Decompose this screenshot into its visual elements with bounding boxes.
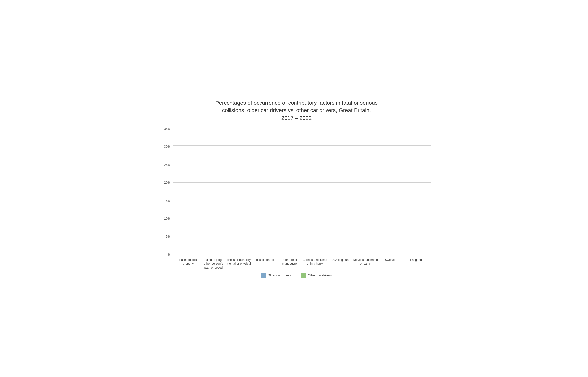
grid-line	[173, 256, 431, 256]
legend-other: Other car drivers	[301, 273, 332, 278]
x-axis-label: Failed to judge other person`s path or s…	[201, 258, 226, 270]
y-axis-label: 30%	[164, 145, 170, 148]
title-line3: 2017 – 2022	[281, 115, 312, 121]
chart-area: 35%30%25%20%15%10%5%%	[162, 127, 431, 256]
legend: Older car drivers Other car drivers	[162, 273, 431, 278]
x-axis-label: Failed to look properly	[176, 258, 201, 270]
y-axis-label: %	[168, 253, 171, 256]
y-axis-label: 20%	[164, 181, 170, 184]
y-axis-label: 35%	[164, 127, 170, 130]
bars-container	[173, 127, 431, 256]
legend-older: Older car drivers	[261, 273, 292, 278]
x-axis-label: Poor turn or manoeuvre	[277, 258, 302, 270]
x-axis-label: Swerved	[378, 258, 403, 270]
x-axis-label: Illness or disability, mental or physica…	[226, 258, 252, 270]
x-axis-label: Dazzling sun	[327, 258, 353, 270]
y-axis-label: 15%	[164, 199, 170, 202]
x-axis-label: Loss of control	[252, 258, 277, 270]
title-line1: Percentages of occurrence of contributor…	[215, 100, 378, 106]
chart-container: Percentages of occurrence of contributor…	[147, 94, 441, 283]
x-axis-label: Careless, reckless or in a hurry	[302, 258, 327, 270]
plot-area	[173, 127, 431, 256]
x-axis-label: Nervous, uncertain or panic	[353, 258, 378, 270]
x-labels: Failed to look properlyFailed to judge o…	[173, 256, 431, 270]
title-line2: collisions: older car drivers vs. other …	[222, 107, 371, 113]
y-axis-label: 25%	[164, 163, 170, 166]
legend-other-label: Other car drivers	[308, 274, 332, 277]
y-axis-label: 10%	[164, 217, 170, 220]
legend-other-box	[301, 273, 306, 278]
x-axis-label: Fatigued	[403, 258, 429, 270]
y-axis: 35%30%25%20%15%10%5%%	[162, 127, 173, 256]
legend-older-box	[261, 273, 266, 278]
legend-older-label: Older car drivers	[268, 274, 292, 277]
y-axis-label: 5%	[166, 235, 171, 238]
chart-title: Percentages of occurrence of contributor…	[162, 99, 431, 122]
